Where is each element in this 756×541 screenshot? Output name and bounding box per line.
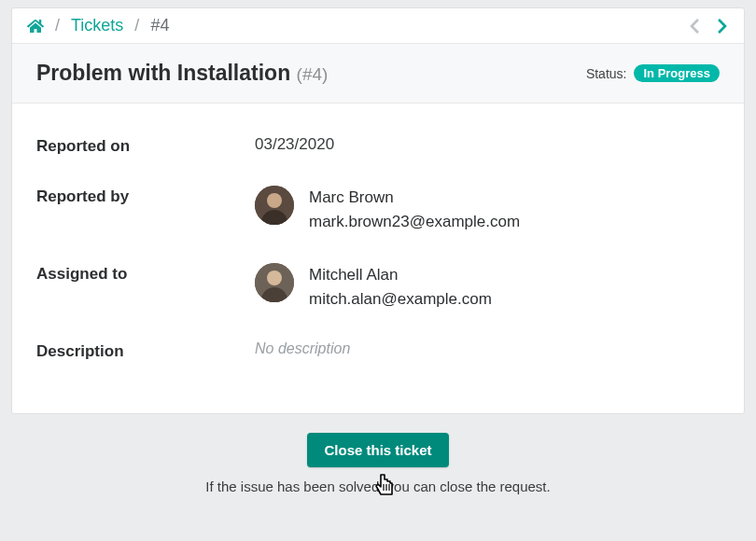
close-ticket-button[interactable]: Close this ticket — [307, 433, 448, 467]
footer-note: If the issue has been solved, you can cl… — [0, 479, 756, 494]
row-description: Description No description — [36, 326, 720, 376]
reported-by-email: mark.brown23@example.com — [309, 210, 520, 234]
avatar — [255, 186, 294, 225]
breadcrumb-separator: / — [55, 16, 60, 35]
description-label: Description — [36, 340, 255, 361]
assigned-to-email: mitch.alan@example.com — [309, 287, 492, 312]
status-wrap: Status: In Progress — [586, 64, 720, 82]
page-title: Problem with Installation (#4) — [36, 61, 328, 86]
breadcrumb: / Tickets / #4 — [27, 16, 169, 35]
reported-by-name: Marc Brown — [309, 186, 520, 210]
title-bar: Problem with Installation (#4) Status: I… — [12, 43, 744, 104]
ticket-card: / Tickets / #4 Problem with Installation… — [11, 7, 745, 414]
assigned-to-value: Mitchell Alan mitch.alan@example.com — [255, 263, 492, 311]
assigned-to-name: Mitchell Alan — [309, 263, 492, 287]
status-label: Status: — [586, 66, 627, 81]
next-record-button[interactable] — [716, 18, 729, 35]
breadcrumb-separator: / — [134, 16, 139, 35]
ticket-body: Reported on 03/23/2020 Reported by Marc … — [12, 104, 744, 413]
svg-point-1 — [267, 193, 282, 208]
row-reported-by: Reported by Marc Brown mark.brown23@exam… — [36, 171, 720, 248]
reported-on-label: Reported on — [36, 135, 255, 156]
status-badge: In Progress — [634, 64, 720, 82]
ticket-title-text: Problem with Installation — [36, 61, 290, 85]
assigned-to-label: Assigned to — [36, 263, 255, 284]
record-nav — [688, 18, 729, 35]
reported-by-value: Marc Brown mark.brown23@example.com — [255, 186, 520, 233]
breadcrumb-current: #4 — [150, 16, 169, 35]
description-text: No description — [255, 340, 350, 357]
breadcrumb-bar: / Tickets / #4 — [12, 8, 744, 43]
avatar — [255, 263, 294, 302]
reported-by-person: Marc Brown mark.brown23@example.com — [309, 186, 520, 233]
description-value: No description — [255, 340, 350, 357]
home-icon[interactable] — [27, 19, 44, 34]
svg-point-4 — [267, 270, 282, 285]
breadcrumb-tickets-link[interactable]: Tickets — [71, 16, 123, 35]
reported-on-value: 03/23/2020 — [255, 135, 334, 154]
reported-by-label: Reported by — [36, 186, 255, 206]
row-reported-on: Reported on 03/23/2020 — [36, 120, 720, 171]
assigned-to-person: Mitchell Alan mitch.alan@example.com — [309, 263, 492, 311]
footer: Close this ticket If the issue has been … — [0, 414, 756, 522]
prev-record-button[interactable] — [688, 18, 701, 35]
row-assigned-to: Assigned to Mitchell Alan mitch.alan@exa… — [36, 248, 720, 326]
reported-on-date: 03/23/2020 — [255, 135, 334, 154]
ticket-reference: (#4) — [297, 64, 329, 84]
